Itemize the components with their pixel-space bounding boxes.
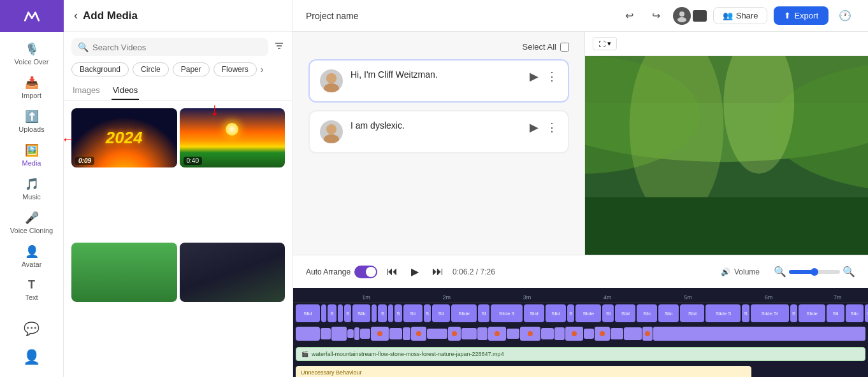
slide-chip[interactable]: Sl bbox=[865, 304, 868, 322]
slide-chip[interactable] bbox=[321, 304, 326, 322]
ruler-marks: 1m 2m 3m 4m 5m 6m 7m bbox=[293, 288, 868, 302]
slide-avatar-0 bbox=[320, 69, 343, 92]
slide-chip[interactable]: Sli bbox=[432, 304, 450, 322]
preview-mode-button[interactable]: ⛶ ▾ bbox=[593, 37, 617, 50]
slide-text-1: I am dyslexic. bbox=[351, 120, 522, 131]
slide-chip[interactable]: Slik bbox=[352, 304, 370, 322]
sidebar-item-import[interactable]: 📥 Import bbox=[0, 71, 63, 104]
slide-chip[interactable] bbox=[372, 304, 377, 322]
music-track: Unnecessary Behaviour bbox=[293, 364, 868, 377]
slide-chip[interactable]: Sl bbox=[478, 304, 489, 322]
tag-flowers[interactable]: Flowers bbox=[213, 62, 257, 76]
redo-button[interactable]: ↪ bbox=[646, 6, 667, 26]
sidebar-item-avatar[interactable]: 👤 Avatar bbox=[0, 239, 63, 273]
zoom-slider-track bbox=[789, 270, 840, 274]
zoom-slider-handle[interactable] bbox=[811, 268, 818, 276]
slide-chip[interactable]: Slid bbox=[524, 304, 544, 322]
slide-chip[interactable]: Slide 5! bbox=[751, 304, 789, 322]
current-time: 0:06.2 bbox=[452, 267, 474, 276]
tag-circle[interactable]: Circle bbox=[133, 62, 169, 76]
filter-button[interactable] bbox=[273, 40, 285, 54]
play-pause-button[interactable]: ▶ bbox=[403, 260, 427, 284]
expand-icon: ⛶ bbox=[598, 40, 605, 48]
player-controls: ⏮ ▶ ⏭ bbox=[386, 260, 444, 284]
slide-chip[interactable]: S bbox=[790, 304, 797, 322]
sidebar-item-voicecloning[interactable]: 🎤 Voice Cloning bbox=[0, 206, 63, 239]
sidebar-item-music[interactable]: 🎵 Music bbox=[0, 172, 63, 206]
slide-track: Slid S S Slik S S Sli S Sli Slide Sl Sli… bbox=[293, 303, 868, 324]
music-bar[interactable]: Unnecessary Behaviour bbox=[296, 366, 751, 377]
sidebar-item-media[interactable]: 🖼️ Media bbox=[0, 138, 63, 172]
export-button[interactable]: ⬆ Export bbox=[774, 6, 828, 25]
forest-background bbox=[585, 56, 868, 255]
volume-icon: 🔊 bbox=[721, 267, 730, 276]
back-button[interactable]: ‹ bbox=[74, 9, 78, 22]
slide-chip[interactable]: Slid bbox=[615, 304, 635, 322]
skip-forward-button[interactable]: ⏭ bbox=[432, 265, 444, 278]
slide-chip[interactable]: Slide 3 bbox=[491, 304, 523, 322]
video-thumb-2[interactable] bbox=[71, 243, 177, 302]
slide-card-1: I am dyslexic. ▶ ⋮ bbox=[308, 110, 569, 153]
svg-point-5 bbox=[677, 17, 686, 22]
slide-chip[interactable] bbox=[388, 304, 393, 322]
skip-back-button[interactable]: ⏮ bbox=[386, 265, 398, 278]
slide-chip[interactable]: Slide bbox=[799, 304, 825, 322]
video-thumb-1[interactable]: 0:40 bbox=[180, 108, 286, 167]
slide-chip[interactable]: Sli bbox=[827, 304, 844, 322]
slide-chip[interactable]: S bbox=[394, 304, 401, 322]
tags-more-button[interactable]: › bbox=[261, 64, 264, 75]
select-all-checkbox[interactable] bbox=[560, 43, 569, 52]
slide-chip[interactable]: Slid bbox=[546, 304, 566, 322]
audio-bar[interactable]: 🎬 waterfall-mountainstream-flow-stone-mo… bbox=[296, 347, 865, 361]
media-icon: 🖼️ bbox=[25, 143, 39, 157]
ruler-mark-3m: 3m bbox=[523, 294, 532, 301]
slide-chip[interactable]: S bbox=[742, 304, 749, 322]
slide-more-button-1[interactable]: ⋮ bbox=[546, 120, 558, 134]
zoom-in-button[interactable]: 🔍 bbox=[843, 266, 855, 278]
slide-chip[interactable]: S bbox=[328, 304, 336, 322]
slide-chip[interactable]: Slic bbox=[846, 304, 864, 322]
zoom-out-button[interactable]: 🔍 bbox=[774, 266, 786, 278]
chevron-right-icon: › bbox=[261, 64, 264, 75]
video-duration-0: 0:09 bbox=[75, 157, 94, 165]
slide-chip[interactable]: Slide 5 bbox=[705, 304, 741, 322]
sidebar-item-uploads[interactable]: ⬆️ Uploads bbox=[0, 104, 63, 138]
tab-images[interactable]: Images bbox=[71, 82, 101, 100]
tag-paper[interactable]: Paper bbox=[173, 62, 210, 76]
player-bar: Auto Arrange ⏮ ▶ ⏭ 0:06.2 / 7:26 🔊 Volum… bbox=[293, 255, 868, 288]
tab-videos[interactable]: Videos bbox=[112, 82, 140, 100]
music-label: Unnecessary Behaviour bbox=[301, 369, 362, 376]
slide-chip[interactable]: Slid bbox=[296, 304, 320, 322]
preview-image bbox=[585, 56, 868, 255]
slide-chip[interactable]: Slid bbox=[680, 304, 704, 322]
sidebar-item-chat[interactable]: 💬 bbox=[0, 317, 63, 340]
history-button[interactable]: 🕐 bbox=[835, 6, 855, 26]
slide-chip[interactable]: Slic bbox=[637, 304, 657, 322]
slide-play-button-1[interactable]: ▶ bbox=[530, 120, 539, 134]
slide-chip[interactable]: S bbox=[344, 304, 351, 322]
slide-chip[interactable]: S bbox=[567, 304, 574, 322]
sidebar-item-voiceover[interactable]: 🎙️ Voice Over bbox=[0, 37, 63, 71]
ruler-mark-6m: 6m bbox=[765, 294, 773, 301]
tag-background[interactable]: Background bbox=[71, 62, 129, 76]
sidebar: 🎙️ Voice Over 📥 Import ⬆️ Uploads 🖼️ Med… bbox=[0, 0, 64, 377]
search-input[interactable] bbox=[92, 43, 262, 52]
slide-more-button-0[interactable]: ⋮ bbox=[546, 69, 558, 83]
sidebar-item-profile[interactable]: 👤 bbox=[0, 345, 63, 369]
slide-chip[interactable]: Slic bbox=[658, 304, 679, 322]
slide-play-button-0[interactable]: ▶ bbox=[530, 69, 539, 83]
slide-chip[interactable]: S bbox=[378, 304, 387, 322]
project-name: Project name bbox=[306, 11, 612, 21]
slide-chip[interactable]: Slide bbox=[451, 304, 477, 322]
slide-chip[interactable]: Sli bbox=[403, 304, 423, 322]
slide-chip[interactable] bbox=[338, 304, 343, 322]
sidebar-item-text[interactable]: T Text bbox=[0, 273, 63, 306]
video-thumb-3[interactable] bbox=[180, 243, 286, 302]
slide-chip[interactable]: S bbox=[424, 304, 431, 322]
video-thumb-0[interactable]: 2024 0:09 bbox=[71, 108, 177, 167]
slide-chip[interactable]: Slide bbox=[575, 304, 601, 322]
share-button[interactable]: 👥 Share bbox=[713, 7, 768, 24]
undo-button[interactable]: ↩ bbox=[619, 6, 640, 26]
auto-arrange-toggle[interactable] bbox=[354, 266, 377, 278]
slide-chip[interactable]: Sl bbox=[602, 304, 614, 322]
